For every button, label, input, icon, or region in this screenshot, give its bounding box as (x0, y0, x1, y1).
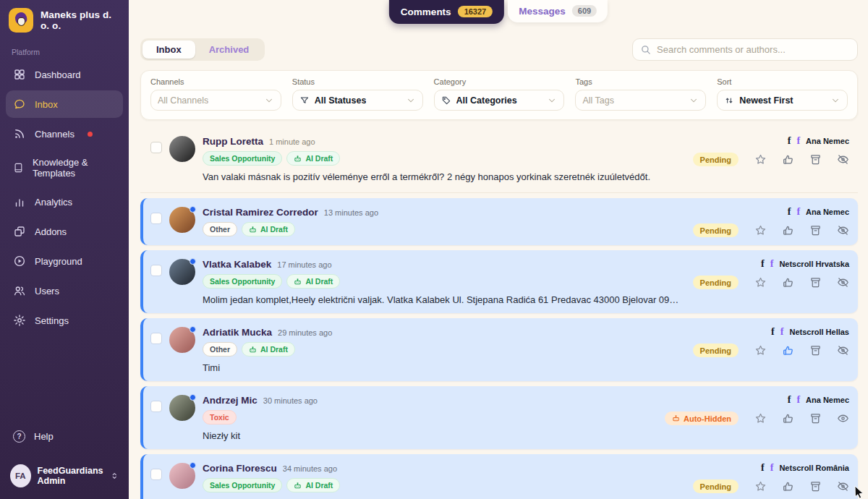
comment-row[interactable]: Corina Florescu 34 minutes ago Sales Opp… (140, 454, 858, 499)
tag-ai-draft: AI Draft (242, 342, 295, 357)
sidebar-section-label: Platform (0, 40, 129, 58)
facebook-icon: f (761, 464, 765, 472)
sidebar-item-knowledge-templates[interactable]: Knowledge & Templates (6, 150, 123, 186)
sidebar-item-playground[interactable]: Playground (6, 247, 123, 275)
sidebar-item-addons[interactable]: Addons (6, 218, 123, 245)
grid-icon (13, 68, 26, 81)
filter-value: All Categories (456, 95, 517, 106)
like-button[interactable] (782, 480, 794, 492)
status-badge: Pending (693, 223, 739, 237)
row-checkbox[interactable] (150, 401, 162, 412)
bar-chart-icon (13, 195, 26, 208)
comment-row[interactable]: Adriatik Mucka 29 minutes ago Other AI D… (140, 318, 858, 381)
robot-icon (672, 414, 680, 422)
sidebar-item-help[interactable]: ? Help (6, 423, 123, 450)
eye-off-button[interactable] (837, 344, 849, 357)
filter-status-select[interactable]: All Statuses (292, 90, 423, 111)
row-checkbox[interactable] (150, 333, 162, 344)
comment-text: Timi (203, 362, 681, 373)
star-button[interactable] (754, 480, 767, 492)
channel-info: f f Ana Nemec (788, 208, 849, 216)
star-button[interactable] (754, 276, 767, 289)
sidebar-item-label: Settings (35, 315, 69, 326)
comment-row[interactable]: Vlatka Kalabek 17 minutes ago Sales Oppo… (140, 250, 858, 313)
comment-body: Corina Florescu 34 minutes ago Sales Opp… (203, 461, 681, 499)
eye-off-button[interactable] (837, 480, 849, 492)
row-actions: Pending (693, 223, 849, 237)
funnel-icon (299, 95, 310, 106)
tag-list: Other AI Draft (203, 342, 681, 357)
eye-off-button[interactable] (837, 276, 849, 289)
sidebar-item-users[interactable]: Users (6, 277, 123, 304)
sidebar-item-channels[interactable]: Channels (6, 120, 123, 148)
channel-info: f f Netscroll Hrvatska (761, 260, 849, 268)
status-badge: Pending (693, 153, 739, 166)
archive-button[interactable] (809, 153, 822, 166)
eye-button[interactable] (837, 412, 849, 425)
filter-channels-select[interactable]: All Channels (150, 90, 281, 111)
row-checkbox[interactable] (150, 142, 162, 153)
tab-archived[interactable]: Archived (195, 40, 263, 59)
star-button[interactable] (754, 224, 767, 236)
tag-toxic: Toxic (203, 410, 237, 425)
archive-button[interactable] (809, 224, 822, 236)
comment-row[interactable]: Cristal Ramirez Corredor 13 minutes ago … (140, 198, 858, 245)
tag-list: Sales Opportunity AI Draft (203, 151, 681, 166)
search-bar[interactable] (632, 38, 858, 61)
sidebar-item-settings[interactable]: Settings (6, 307, 123, 334)
star-button[interactable] (754, 412, 767, 425)
channel-name: Netscroll Hellas (789, 328, 849, 336)
tab-comments[interactable]: Comments 16327 (389, 0, 504, 24)
search-icon (640, 44, 651, 55)
star-button[interactable] (754, 153, 767, 166)
row-checkbox[interactable] (150, 213, 162, 224)
channel-info: f f Ana Nemec (788, 137, 849, 145)
filter-tags-select[interactable]: All Tags (575, 90, 706, 111)
like-button[interactable] (782, 224, 794, 236)
account-switcher[interactable]: FA FeedGuardians Admin (6, 460, 123, 492)
sidebar-item-analytics[interactable]: Analytics (6, 188, 123, 216)
channel-name: Ana Nemec (806, 208, 849, 216)
sidebar-item-label: Knowledge & Templates (33, 157, 116, 179)
unread-dot (190, 394, 196, 401)
author-name: Rupp Loretta (203, 136, 263, 147)
unread-dot (190, 206, 196, 213)
like-button[interactable] (782, 344, 794, 357)
archive-button[interactable] (809, 276, 822, 289)
tag-ai-draft: AI Draft (286, 274, 340, 289)
row-checkbox[interactable] (150, 265, 162, 276)
tab-inbox[interactable]: Inbox (142, 40, 195, 59)
archive-button[interactable] (809, 412, 822, 425)
users-icon (13, 284, 26, 297)
comment-row[interactable]: Rupp Loretta 1 minute ago Sales Opportun… (140, 127, 858, 193)
comment-meta: f f Ana Nemec Pending (693, 205, 849, 237)
star-button[interactable] (754, 344, 767, 357)
eye-off-button[interactable] (837, 224, 849, 236)
status-badge: Pending (693, 479, 739, 493)
org-header[interactable]: Maneks plus d. o. o. (0, 0, 129, 40)
main-content: Inbox Archived Channels All Channels Sta… (129, 0, 868, 499)
sidebar-item-label: Users (35, 286, 59, 297)
sidebar-item-inbox[interactable]: Inbox (6, 90, 123, 118)
facebook-icon: f (788, 137, 791, 145)
tag-ai-draft: AI Draft (286, 478, 340, 492)
filter-sort-select[interactable]: Newest First (717, 90, 848, 111)
like-button[interactable] (782, 276, 794, 289)
filter-category-select[interactable]: All Categories (434, 90, 565, 111)
unread-dot (190, 258, 196, 265)
row-checkbox[interactable] (150, 469, 162, 480)
archive-button[interactable] (809, 480, 822, 492)
archive-button[interactable] (809, 344, 822, 357)
comment-body: Andrzej Mic 30 minutes ago Toxic Niezły … (203, 393, 653, 441)
comment-row[interactable]: Andrzej Mic 30 minutes ago Toxic Niezły … (140, 386, 858, 449)
eye-off-button[interactable] (837, 153, 849, 166)
status-badge: Pending (693, 344, 739, 357)
tab-messages[interactable]: Messages 609 (508, 0, 608, 22)
chevron-down-icon (830, 95, 841, 106)
like-button[interactable] (782, 412, 794, 425)
filter-value: All Channels (158, 95, 208, 106)
search-input[interactable] (657, 44, 850, 55)
tag-ai-draft: AI Draft (286, 151, 340, 166)
like-button[interactable] (782, 153, 794, 166)
sidebar-item-dashboard[interactable]: Dashboard (6, 61, 123, 88)
